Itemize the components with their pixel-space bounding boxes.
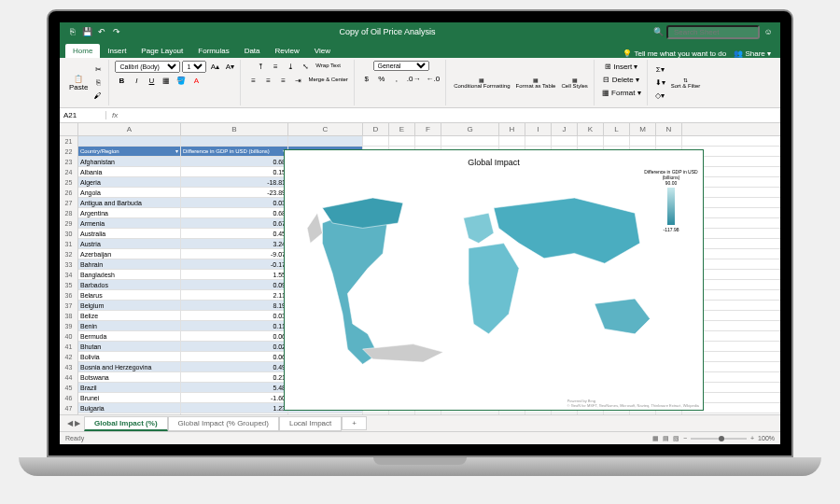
cell[interactable]: Bolivia [78,352,181,361]
align-center-icon[interactable]: ≡ [261,75,274,87]
row-header[interactable]: 48 [60,413,78,414]
row-header[interactable]: 23 [60,157,78,167]
cell[interactable] [578,136,604,146]
cell[interactable]: Argentina [78,208,181,217]
cell[interactable]: Albania [78,167,181,176]
autosave-icon[interactable]: ⎘ [67,27,77,36]
cell[interactable]: Brunei [78,393,181,402]
cell[interactable]: Bulgaria [78,403,181,413]
cell[interactable] [389,136,415,146]
fill-color-button[interactable]: 🪣 [175,75,188,87]
decrease-decimal-icon[interactable]: ←.0 [425,73,442,85]
cut-button[interactable]: ✂ [91,63,105,76]
cell[interactable] [288,413,363,414]
cell[interactable]: 0.09 [181,280,288,289]
copy-button[interactable]: ⎘ [91,77,105,89]
cell[interactable]: 0.02 [181,342,288,351]
zoom-in-button[interactable]: + [750,435,754,441]
spreadsheet-grid[interactable]: ABCDEFGHIJKLMN 2122232425262728293031323… [60,123,780,414]
wrap-text-button[interactable]: Wrap Text [314,61,343,73]
row-header[interactable]: 30 [60,229,78,239]
cell[interactable] [525,136,552,146]
cell[interactable]: Angola [78,188,181,197]
cell[interactable]: Belize [78,311,181,320]
cell[interactable]: 0.45 [181,229,288,238]
select-all-corner[interactable] [60,123,78,136]
cell[interactable]: 1.23 [181,403,288,413]
align-left-icon[interactable]: ≡ [246,75,259,87]
cell[interactable] [499,136,525,146]
fill-icon[interactable]: ⬇▾ [653,77,667,89]
cell[interactable] [552,136,578,146]
cell[interactable]: Barbados [78,280,181,289]
row-header[interactable]: 41 [60,342,78,352]
cell[interactable]: Burkina Faso [78,413,181,414]
decrease-font-icon[interactable]: A▾ [223,61,236,73]
number-format-select[interactable]: General [373,61,429,71]
row-header[interactable]: 24 [60,167,78,177]
view-normal-icon[interactable]: ▦ [652,435,659,442]
row-header[interactable]: 42 [60,352,78,362]
cell[interactable]: Afghanistan [78,157,181,166]
sheet-tab[interactable]: Global Impact (%) [84,416,168,431]
cell[interactable] [630,413,656,414]
row-header[interactable]: 40 [60,331,78,342]
cell[interactable] [78,136,181,146]
cell[interactable] [288,136,363,146]
currency-icon[interactable]: $ [360,73,373,85]
name-box[interactable]: A21 [60,111,106,119]
col-header[interactable]: H [499,123,525,135]
zoom-out-button[interactable]: − [683,435,687,441]
share-button[interactable]: 👥 Share ▾ [734,49,771,58]
cell[interactable]: Australia [78,229,181,238]
cell[interactable] [499,413,525,414]
cell[interactable] [525,413,552,414]
col-header[interactable]: M [630,123,656,135]
merge-button[interactable]: Merge & Center [306,75,349,87]
cell[interactable] [604,413,630,414]
col-header[interactable]: F [415,123,441,135]
row-header[interactable]: 22 [60,147,78,157]
embedded-chart[interactable]: Global Impact Difference in GDP in USD (… [284,149,704,411]
cell[interactable]: -1.60 [181,393,288,402]
cell[interactable]: Antigua and Barbuda [78,198,181,207]
cell[interactable]: Armenia [78,218,181,228]
cell[interactable]: Belarus [78,290,181,300]
tab-home[interactable]: Home [65,44,100,58]
bold-button[interactable]: B [115,75,128,87]
row-header[interactable]: 27 [60,198,78,208]
row-header[interactable]: 44 [60,372,78,383]
cell[interactable]: Bangladesh [78,270,181,279]
undo-icon[interactable]: ↶ [97,27,106,36]
clear-icon[interactable]: ◇▾ [653,90,667,102]
row-header[interactable]: 36 [60,290,78,301]
col-header[interactable]: B [181,123,288,135]
save-icon[interactable]: 💾 [82,27,91,36]
row-header[interactable]: 32 [60,249,78,259]
row-header[interactable]: 46 [60,393,78,403]
row-header[interactable]: 29 [60,218,78,229]
cell[interactable]: -9.07 [181,249,288,259]
cell[interactable] [363,413,389,414]
col-header[interactable]: N [656,123,682,135]
align-bottom-icon[interactable]: ⤓ [284,61,297,73]
cell[interactable]: Country/Region [78,147,181,156]
view-break-icon[interactable]: ▧ [673,435,679,442]
cell[interactable]: 0.15 [181,413,288,414]
cell[interactable]: 3.24 [181,239,288,248]
cell[interactable] [181,136,288,146]
format-table-button[interactable]: ▦Format as Table [514,75,558,91]
col-header[interactable]: D [363,123,389,135]
col-header[interactable]: A [78,123,181,135]
cell[interactable]: Azerbaijan [78,249,181,259]
cell[interactable]: 0.15 [181,167,288,176]
row-header[interactable]: 37 [60,301,78,311]
paste-button[interactable]: 📋Paste [67,73,90,93]
row-header[interactable]: 35 [60,280,78,290]
col-header[interactable]: J [552,123,578,135]
cell[interactable]: Algeria [78,177,181,187]
view-layout-icon[interactable]: ▤ [663,435,669,442]
border-button[interactable]: ▦ [160,75,173,87]
col-header[interactable]: C [288,123,363,135]
col-header[interactable]: I [525,123,552,135]
